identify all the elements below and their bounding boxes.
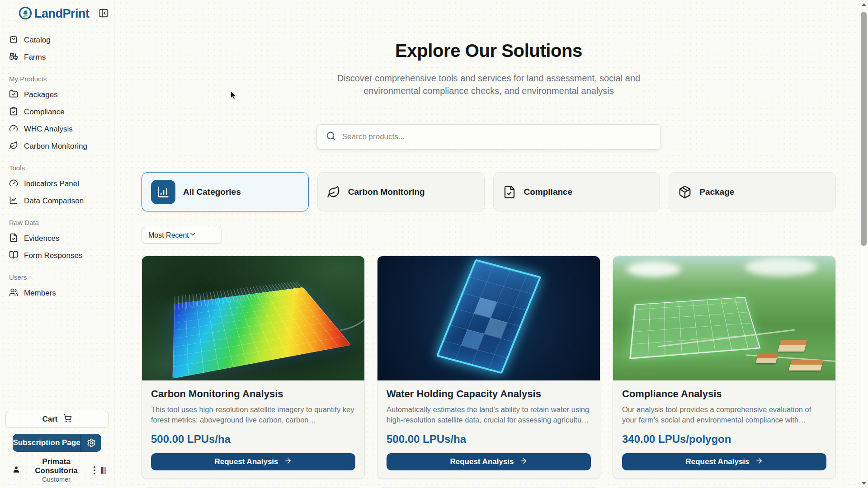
file-check-icon [503, 185, 516, 199]
shopping-bag-icon [9, 35, 18, 46]
category-package[interactable]: Package [669, 172, 836, 211]
user-role: Customer [24, 476, 88, 483]
search-icon [326, 131, 336, 143]
subscription-page-button[interactable]: Subscription Page [13, 434, 101, 452]
arrow-right-icon [284, 457, 292, 467]
product-card-water-holding-capacity: Water Holding Capacity Analysis Automati… [377, 256, 600, 479]
sidebar-item-label: Indicators Panel [24, 179, 79, 188]
search-input[interactable] [342, 132, 651, 141]
cart-button[interactable]: Cart [5, 411, 108, 428]
sidebar-item-compliance[interactable]: Compliance [5, 103, 108, 121]
sidebar-item-label: Farms [24, 53, 46, 62]
bar-chart-icon [151, 180, 175, 204]
users-icon [9, 288, 18, 299]
sidebar-item-data-comparison[interactable]: Data Comparison [5, 192, 108, 210]
cta-label: Request Analysis [450, 457, 514, 466]
chevron-down-icon [189, 230, 197, 240]
main-content: Explore Our Solutions Discover comprehen… [114, 0, 857, 488]
logo-row: LandPrint [0, 0, 114, 23]
product-description: Automatically estimates the land’s abili… [387, 404, 591, 426]
section-label-raw-data: Raw Data [5, 210, 108, 230]
sidebar-item-label: Members [24, 289, 56, 298]
category-label: Compliance [524, 187, 573, 197]
product-card-compliance: Compliance Analysis Our analysis tool pr… [613, 256, 836, 479]
clipboard-check-icon [9, 107, 18, 118]
product-title: Compliance Analysis [622, 388, 826, 400]
sort-dropdown[interactable]: Most Recent [142, 227, 222, 244]
scroll-down-arrow[interactable] [859, 479, 868, 488]
category-compliance[interactable]: Compliance [493, 172, 660, 211]
category-label: All Categories [183, 187, 241, 197]
sidebar-item-label: Form Responses [24, 251, 82, 260]
product-card-body: Water Holding Capacity Analysis Automati… [377, 380, 600, 479]
shopping-cart-icon [63, 414, 72, 425]
sidebar-item-form-responses[interactable]: Form Responses [5, 247, 108, 264]
category-label: Carbon Monitoring [348, 187, 425, 197]
category-carbon-monitoring[interactable]: Carbon Monitoring [317, 172, 485, 211]
product-price: 340.00 LPUs/polygon [622, 433, 826, 446]
cta-label: Request Analysis [214, 457, 278, 466]
product-card-body: Compliance Analysis Our analysis tool pr… [613, 380, 835, 479]
sidebar-item-whc-analysis[interactable]: WHC Analysis [5, 121, 108, 138]
sidebar-item-label: Carbon Monitoring [24, 142, 87, 151]
search-bar [316, 124, 661, 150]
product-card-carbon-monitoring: Carbon Monitoring Analysis This tool use… [142, 256, 365, 479]
cart-label: Cart [42, 415, 57, 424]
sidebar-item-packages[interactable]: Packages [5, 86, 108, 103]
user-menu-kebab-icon[interactable] [92, 465, 97, 476]
sidebar-item-carbon-monitoring[interactable]: Carbon Monitoring [5, 138, 108, 155]
product-image-carbon [142, 256, 364, 380]
tractor-icon [9, 52, 18, 63]
leaf-icon [327, 185, 340, 199]
panel-collapse-icon [99, 8, 108, 19]
request-analysis-button[interactable]: Request Analysis [151, 453, 355, 470]
user-info: Primata Consultoria Customer [24, 457, 88, 483]
product-description: This tool uses high-resolution satellite… [151, 404, 355, 426]
product-grid: Carbon Monitoring Analysis This tool use… [142, 256, 836, 479]
sidebar-item-farms[interactable]: Farms [5, 49, 108, 66]
vertical-scrollbar[interactable] [859, 0, 868, 488]
product-image-compliance [613, 256, 835, 380]
page-title: Explore Our Solutions [142, 41, 836, 61]
subscription-label: Subscription Page [13, 434, 80, 452]
sidebar-item-catalog[interactable]: Catalog [5, 32, 108, 49]
category-filter-row: All Categories Carbon Monitoring Complia… [142, 172, 836, 211]
sidebar-bottom: Cart Subscription Page [0, 406, 114, 488]
user-avatar-icon [12, 465, 21, 476]
category-all-categories[interactable]: All Categories [142, 172, 309, 211]
leaf-icon [9, 141, 18, 152]
product-title: Water Holding Capacity Analysis [387, 388, 591, 400]
sidebar-item-indicators-panel[interactable]: Indicators Panel [5, 175, 108, 192]
product-title: Carbon Monitoring Analysis [151, 388, 355, 400]
sidebar-collapse-button[interactable] [98, 7, 109, 20]
user-account-row[interactable]: Primata Consultoria Customer [5, 457, 108, 483]
arrow-right-icon [755, 457, 763, 467]
package-icon [678, 185, 692, 199]
gear-icon[interactable] [81, 434, 101, 452]
product-price: 500.00 LPUs/ha [151, 433, 355, 446]
request-analysis-button[interactable]: Request Analysis [622, 453, 826, 470]
arrow-right-icon [519, 457, 528, 467]
sidebar-item-label: Data Comparison [24, 197, 84, 206]
chart-line-icon [9, 196, 18, 207]
product-description: Our analysis tool provides a comprehensi… [622, 404, 826, 426]
scroll-up-arrow[interactable] [859, 0, 868, 9]
sidebar-item-label: WHC Analysis [24, 125, 73, 134]
sort-selected-value: Most Recent [148, 231, 189, 239]
section-label-users: Users [5, 264, 108, 285]
product-price: 500.00 LPUs/ha [387, 433, 591, 446]
sidebar-item-members[interactable]: Members [5, 285, 108, 302]
sidebar-item-evidences[interactable]: Evidences [5, 230, 108, 247]
scrollbar-thumb[interactable] [861, 12, 867, 246]
sidebar-item-label: Catalog [24, 36, 51, 45]
request-analysis-button[interactable]: Request Analysis [387, 453, 591, 470]
category-label: Package [699, 187, 734, 197]
sidebar-nav: Catalog Farms My Products [0, 23, 114, 302]
section-label-my-products: My Products [5, 66, 108, 86]
avatar-badge [101, 467, 106, 474]
section-label-tools: Tools [5, 155, 108, 175]
page-subtitle: Discover comprehensive tools and service… [321, 72, 656, 97]
cta-label: Request Analysis [685, 457, 749, 466]
sidebar: LandPrint Catalog [0, 0, 114, 488]
sort-row: Most Recent [142, 227, 836, 244]
